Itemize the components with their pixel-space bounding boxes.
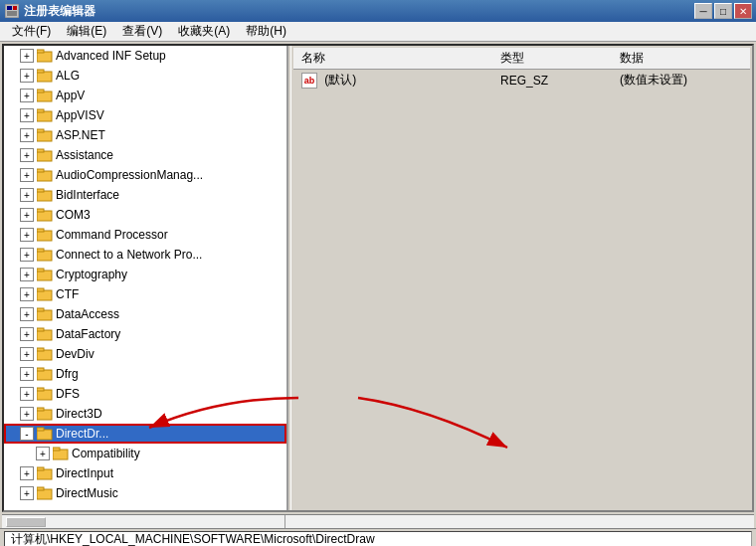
tree-label: Direct3D [56,407,102,421]
tree-label: ALG [56,69,80,83]
tree-label: Cryptography [56,268,127,281]
menu-view[interactable]: 查看(V) [114,21,170,42]
cell-data: (数值未设置) [612,70,750,91]
svg-rect-35 [37,348,44,351]
svg-rect-29 [37,288,44,291]
tree-label: DirectMusic [56,486,118,500]
tree-label: Dfrg [56,367,79,381]
tree-h-scrollbar[interactable] [2,515,285,528]
tree-label: DataAccess [56,307,119,321]
svg-rect-1 [7,6,12,10]
tree-item-directdraw[interactable]: - DirectDr... [4,424,286,444]
app-window: 注册表编辑器 ─ □ ✕ 文件(F) 编辑(E) 查看(V) 收藏夹(A) 帮助… [0,0,756,546]
tree-item-assistance[interactable]: + Assistance [4,145,286,165]
tree-label: DirectInput [56,466,113,480]
tree-item-aspnet[interactable]: + ASP.NET [4,125,286,145]
tree-label: Compatibility [72,447,140,460]
tree-item-direct3d[interactable]: + Direct3D [4,404,286,424]
tree-label: CTF [56,287,79,301]
svg-rect-5 [37,50,44,53]
svg-rect-2 [13,6,17,10]
tree-item-directmusic[interactable]: + DirectMusic [4,483,286,503]
tree-item-devdiv[interactable]: + DevDiv [4,344,286,364]
menu-favorites[interactable]: 收藏夹(A) [170,21,238,42]
tree-item-connect-network[interactable]: + Connect to a Network Pro... [4,245,286,265]
svg-rect-23 [37,229,44,232]
minimize-button[interactable]: ─ [694,3,712,19]
menu-help[interactable]: 帮助(H) [238,21,294,42]
cell-name: ab (默认) [293,70,492,91]
tree-label: DFS [56,387,80,401]
svg-rect-31 [37,308,44,311]
tree-item-cryptography[interactable]: + Cryptography [4,265,286,284]
svg-rect-45 [53,448,60,451]
tree-item-advanced-inf-setup[interactable]: + Advanced INF Setup [4,46,286,66]
tree-label: Connect to a Network Pro... [56,248,202,262]
svg-rect-49 [37,487,44,490]
right-panel: 名称 类型 数据 ab (默认) REG_SZ (数值未设置) [291,46,752,510]
tree-item-alg[interactable]: + ALG [4,66,286,86]
tree-scroll[interactable]: + Advanced INF Setup + ALG [4,46,286,510]
close-button[interactable]: ✕ [734,3,752,19]
tree-label: AppV [56,89,85,102]
tree-item-datafactory[interactable]: + DataFactory [4,324,286,344]
right-h-scrollbar[interactable] [285,515,754,528]
main-area: + Advanced INF Setup + ALG [2,44,754,512]
svg-rect-3 [7,11,17,16]
tree-item-ctf[interactable]: + CTF [4,284,286,304]
tree-label: ASP.NET [56,128,105,142]
tree-item-appv[interactable]: + AppV [4,86,286,105]
svg-rect-9 [37,90,44,92]
tree-label: DirectDr... [56,427,108,441]
tree-label: Advanced INF Setup [56,49,166,63]
tree-label: BidInterface [56,188,119,202]
tree-item-compatibility[interactable]: + Compatibility [4,444,286,463]
tree-item-directinput[interactable]: + DirectInput [4,463,286,483]
tree-item-command-processor[interactable]: + Command Processor [4,225,286,245]
svg-rect-13 [37,129,44,132]
svg-rect-25 [37,249,44,252]
svg-rect-27 [37,269,44,272]
svg-rect-21 [37,209,44,212]
svg-rect-39 [37,388,44,391]
menu-bar: 文件(F) 编辑(E) 查看(V) 收藏夹(A) 帮助(H) [0,22,756,42]
reg-value-icon: ab [301,73,317,89]
svg-rect-19 [37,189,44,192]
tree-label: AudioCompressionManag... [56,168,203,182]
col-header-type: 类型 [492,48,612,70]
tree-item-audiocompression[interactable]: + AudioCompressionManag... [4,165,286,185]
tree-panel: + Advanced INF Setup + ALG [4,46,287,510]
status-path: 计算机\HKEY_LOCAL_MACHINE\SOFTWARE\Microsof… [4,531,752,547]
tree-item-appvisv[interactable]: + AppVISV [4,105,286,125]
reg-value-name: (默认) [324,73,356,87]
tree-label: Assistance [56,148,113,162]
tree-item-dfrg[interactable]: + Dfrg [4,364,286,384]
tree-label: DataFactory [56,327,120,341]
status-bar: 计算机\HKEY_LOCAL_MACHINE\SOFTWARE\Microsof… [0,528,756,546]
menu-edit[interactable]: 编辑(E) [59,21,114,42]
svg-rect-37 [37,368,44,371]
tree-item-com3[interactable]: + COM3 [4,205,286,225]
svg-rect-11 [37,109,44,112]
svg-rect-7 [37,70,44,73]
svg-rect-15 [37,149,44,152]
tree-item-bidinterface[interactable]: + BidInterface [4,185,286,205]
cell-type: REG_SZ [492,70,612,91]
tree-h-scroll-thumb[interactable] [6,517,46,527]
tree-label: AppVISV [56,108,104,122]
maximize-button[interactable]: □ [714,3,732,19]
table-row[interactable]: ab (默认) REG_SZ (数值未设置) [293,70,750,91]
col-header-name: 名称 [293,48,492,70]
svg-rect-33 [37,328,44,331]
tree-item-dfs[interactable]: + DFS [4,384,286,404]
svg-rect-47 [37,467,44,470]
tree-item-dataaccess[interactable]: + DataAccess [4,304,286,324]
window-title: 注册表编辑器 [24,3,694,20]
col-header-data: 数据 [612,48,750,70]
tree-label: Command Processor [56,228,168,242]
svg-rect-17 [37,169,44,172]
h-scrollbar-area [2,514,754,528]
menu-file[interactable]: 文件(F) [4,21,59,42]
tree-label: COM3 [56,208,91,222]
svg-rect-43 [37,428,44,431]
